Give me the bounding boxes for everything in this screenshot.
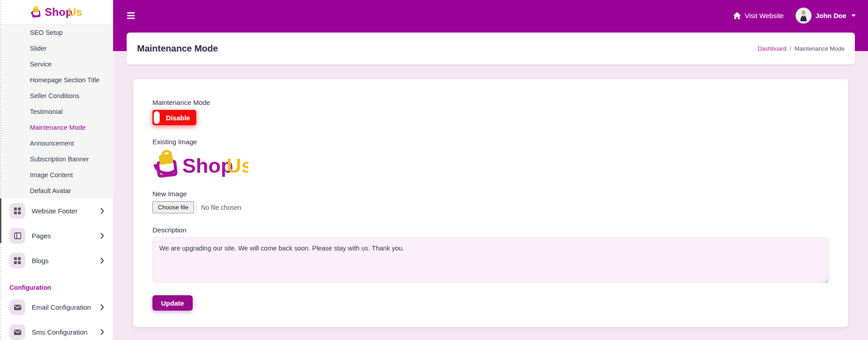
sidebar-item-label: Email Configuration <box>32 303 94 311</box>
chevron-right-icon <box>100 258 104 264</box>
breadcrumb-dashboard-link[interactable]: Dashboard <box>758 45 787 52</box>
new-image-label: New Image <box>152 190 829 198</box>
chevron-down-icon <box>851 14 856 17</box>
sidebar-item-service[interactable]: Service <box>0 56 113 72</box>
sidebar-item-subscription-banner[interactable]: Subscription Banner <box>0 151 113 167</box>
page-header-card: Maintenance Mode Dashboard / Maintenance… <box>127 33 855 64</box>
sidebar-toggle-button[interactable] <box>127 12 135 19</box>
maintenance-form-card: Maintenance Mode Disable Existing Image … <box>133 79 848 327</box>
choose-file-button[interactable]: Choose file <box>152 201 194 213</box>
shopping-bag-icon <box>30 5 42 19</box>
sidebar-item-label: Pages <box>32 232 94 240</box>
avatar <box>796 8 811 24</box>
home-icon <box>733 12 741 19</box>
sidebar-item-testimonial[interactable]: Testimonial <box>0 104 113 119</box>
sidebar-item-pages[interactable]: Pages <box>0 223 113 248</box>
page-title: Maintenance Mode <box>137 43 218 54</box>
sidebar-scrollbar-track <box>0 0 1 340</box>
sidebar-item-homepage-section-title[interactable]: Homepage Section Title <box>0 72 113 88</box>
chevron-right-icon <box>100 304 104 310</box>
chevron-right-icon <box>100 233 104 239</box>
sidebar-item-sms-configuration[interactable]: Sms Configuration <box>0 320 113 340</box>
configuration-section-header: Configuration <box>0 273 113 295</box>
topbar-right: Visit Website John Doe <box>733 8 856 24</box>
breadcrumb-current: Maintenance Mode <box>794 45 844 52</box>
topbar: Visit Website John Doe <box>113 0 868 31</box>
sidebar-item-seller-conditions[interactable]: Seller Conditions <box>0 88 113 104</box>
sidebar-item-seo-setup[interactable]: SEO Setup <box>0 24 113 40</box>
sidebar: Shop Us SEO Setup Slider Service Homepag… <box>0 0 113 340</box>
brand-logo[interactable]: Shop Us <box>30 5 83 19</box>
main-area: Visit Website John Doe <box>113 0 868 340</box>
description-label: Description <box>152 226 829 234</box>
website-setup-submenu: SEO Setup Slider Service Homepage Sectio… <box>0 24 113 198</box>
toggle-knob <box>154 111 160 124</box>
breadcrumb-separator: / <box>790 45 792 52</box>
visit-website-label: Visit Website <box>745 12 784 19</box>
sidebar-item-image-content[interactable]: Image Content <box>0 167 113 183</box>
sidebar-item-label: Blogs <box>32 257 94 264</box>
update-button[interactable]: Update <box>152 295 193 311</box>
maintenance-mode-toggle[interactable]: Disable <box>152 110 196 125</box>
sidebar-item-website-footer[interactable]: Website Footer <box>0 198 113 223</box>
sidebar-item-label: Sms Configuration <box>32 328 94 336</box>
sidebar-item-maintenance-mode[interactable]: Maintenance Mode <box>0 119 113 135</box>
breadcrumb: Dashboard / Maintenance Mode <box>758 45 844 52</box>
user-name: John Doe <box>816 12 846 19</box>
layout-columns-icon <box>9 228 25 244</box>
envelope-icon <box>9 299 25 315</box>
sidebar-item-slider[interactable]: Slider <box>0 40 113 56</box>
toggle-state-label: Disable <box>166 114 190 122</box>
maintenance-mode-label: Maintenance Mode <box>152 99 829 106</box>
existing-image-logo: Shop Us <box>152 149 248 179</box>
file-status-text: No file chosen <box>201 204 242 211</box>
existing-image-label: Existing Image <box>152 138 829 146</box>
description-textarea[interactable]: We are upgrading our site. We will come … <box>152 237 829 283</box>
grid-icon <box>9 203 25 219</box>
sidebar-item-blogs[interactable]: Blogs <box>0 248 113 273</box>
chevron-right-icon <box>100 329 104 335</box>
svg-text:Us: Us <box>68 6 82 18</box>
sidebar-item-label: Website Footer <box>32 207 94 215</box>
svg-text:Shop: Shop <box>182 154 233 177</box>
sidebar-scrollbar-thumb[interactable] <box>0 198 1 243</box>
sidebar-item-email-configuration[interactable]: Email Configuration <box>0 295 113 320</box>
file-input: Choose file No file chosen <box>152 201 829 213</box>
visit-website-link[interactable]: Visit Website <box>733 12 784 19</box>
chevron-right-icon <box>100 208 104 214</box>
user-menu[interactable]: John Doe <box>796 8 856 24</box>
file-input-divider <box>196 202 197 213</box>
envelope-icon <box>9 324 25 340</box>
sidebar-item-default-avatar[interactable]: Default Avatar <box>0 183 113 198</box>
app-root: Shop Us SEO Setup Slider Service Homepag… <box>0 0 868 340</box>
sidebar-logo-row: Shop Us <box>0 0 113 24</box>
grid-icon <box>9 253 25 269</box>
svg-text:Us: Us <box>227 154 248 177</box>
brand-wordmark: Shop Us <box>45 6 83 19</box>
sidebar-item-announcement[interactable]: Announcement <box>0 135 113 151</box>
